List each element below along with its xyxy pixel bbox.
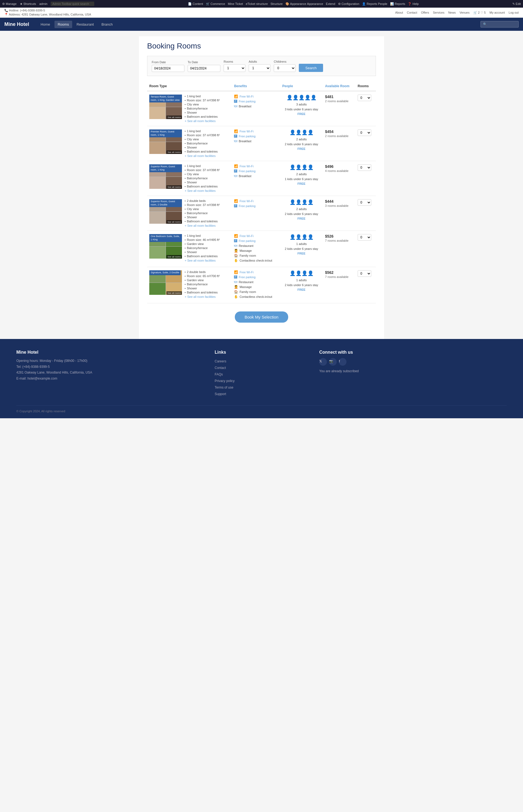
nav-home[interactable]: Home bbox=[37, 21, 53, 28]
room-quantity-select-5[interactable]: 0123 bbox=[358, 234, 371, 241]
from-date-input[interactable] bbox=[152, 65, 184, 72]
admin-menu-content[interactable]: 📄 Content bbox=[188, 2, 203, 6]
people-free-2: FREE bbox=[297, 147, 305, 151]
table-row: Superior Room, Guest room, 2 Double See … bbox=[147, 196, 376, 231]
cart-link[interactable]: 🛒 2 ♡ 5 bbox=[473, 11, 486, 15]
see-all-facilities-3[interactable]: + See all room facilities bbox=[185, 189, 219, 192]
benefit-item: 📶 Free Wi-Fi bbox=[234, 164, 278, 168]
manage-link[interactable]: ⚙ Manage bbox=[2, 2, 17, 6]
avail-count-4: 3 rooms available bbox=[325, 204, 353, 207]
footer-link-faqs[interactable]: FAQs bbox=[215, 371, 308, 378]
footer: Mine Hotel Opening hours: Monday - Frida… bbox=[0, 339, 523, 418]
search-button[interactable]: Search bbox=[299, 64, 323, 72]
nav-rooms[interactable]: Rooms bbox=[54, 21, 72, 28]
room-detail: ▪Bathroom and toiletries bbox=[185, 115, 219, 118]
see-all-facilities-1[interactable]: + See all room facilities bbox=[185, 119, 219, 123]
room-quantity-select-1[interactable]: 0123 bbox=[358, 94, 371, 101]
car-icon: 🅿 bbox=[234, 204, 237, 208]
shortcuts-link[interactable]: ★ Shortcuts bbox=[20, 2, 36, 6]
my-account-link[interactable]: My account bbox=[489, 11, 505, 14]
admin-menu-extend[interactable]: Extend bbox=[326, 2, 335, 5]
admin-menu-commerce[interactable]: 🛒 Commerce bbox=[206, 2, 225, 6]
see-all-rooms-3[interactable]: See all rooms bbox=[166, 185, 182, 189]
instagram-icon[interactable]: 📷 bbox=[329, 358, 337, 366]
offers-link[interactable]: Offers bbox=[421, 11, 429, 14]
benefit-item: 🅿 Free parking bbox=[234, 169, 278, 173]
nav-branch[interactable]: Branch bbox=[98, 21, 116, 28]
benefit-item: 📶 Free Wi-Fi bbox=[234, 199, 278, 203]
benefit-text: Family room bbox=[239, 254, 256, 257]
benefit-item: 🅿 Free parking bbox=[234, 204, 278, 208]
childrens-group: Childrens 0123 bbox=[274, 60, 295, 72]
footer-links-col: Links Careers Contact FAQs Privacy polic… bbox=[215, 350, 308, 397]
logout-link[interactable]: Log out bbox=[508, 11, 519, 14]
about-link[interactable]: About bbox=[395, 11, 403, 14]
main-nav: Home Rooms Restaurant Branch bbox=[37, 21, 481, 28]
admin-menu: 📄 Content 🛒 Commerce Mine Ticket eTicket… bbox=[188, 2, 419, 6]
room-detail: ▪Room size: 37 m²/398 ft² bbox=[185, 203, 219, 207]
admin-menu-mine-ticket[interactable]: Mine Ticket bbox=[228, 2, 243, 5]
to-date-group: To Date bbox=[188, 60, 220, 72]
admin-menu-appearance[interactable]: 🎨 AppearanceAppearance bbox=[286, 2, 323, 6]
nav-restaurant[interactable]: Restaurant bbox=[73, 21, 97, 28]
room-quantity-select-3[interactable]: 0123 bbox=[358, 164, 371, 171]
rooms-select[interactable]: 123 bbox=[224, 64, 246, 72]
admin-link[interactable]: admin bbox=[39, 2, 48, 5]
room-detail: ▪Balcony/terrace bbox=[185, 211, 219, 215]
avail-count-2: 2 rooms available bbox=[325, 134, 353, 138]
see-all-rooms-4[interactable]: See all rooms bbox=[166, 220, 182, 224]
see-all-rooms-6[interactable]: See all rooms bbox=[166, 291, 182, 295]
main-content: Booking Rooms From Date To Date Rooms 12… bbox=[139, 36, 384, 339]
see-all-rooms-2[interactable]: See all rooms bbox=[166, 151, 182, 154]
book-my-selection-button[interactable]: Book My Selection bbox=[235, 312, 288, 323]
room-price-5: $526 bbox=[325, 234, 353, 239]
contact-link[interactable]: Contact bbox=[407, 11, 417, 14]
room-detail: ▪1 king bed bbox=[185, 234, 219, 237]
see-all-facilities-4[interactable]: + See all room facilities bbox=[185, 224, 219, 227]
benefit-item: 🅿 Free parking bbox=[234, 239, 278, 243]
twitter-icon[interactable]: 𝕏 bbox=[319, 358, 327, 366]
room-quantity-select-4[interactable]: 0123 bbox=[358, 199, 371, 206]
avail-count-5: 7 rooms available bbox=[325, 239, 353, 242]
admin-menu-help[interactable]: ❓ Help bbox=[408, 2, 419, 6]
admin-menu-people[interactable]: 👤 ReportsPeople bbox=[362, 2, 387, 6]
site-logo[interactable]: Mine Hotel bbox=[4, 21, 29, 27]
to-date-input[interactable] bbox=[188, 65, 220, 72]
childrens-select[interactable]: 0123 bbox=[274, 64, 295, 72]
rooms-group: Rooms 123 bbox=[224, 60, 246, 72]
info-bar-contact: 📞 Hotline: (+84)-9388-9399-5 📍 Address: … bbox=[4, 9, 91, 16]
admin-menu-structure[interactable]: Structure bbox=[270, 2, 283, 5]
room-quantity-select-6[interactable]: 0123 bbox=[358, 270, 371, 277]
room-label-6: Signature, Suite, 2 Double bbox=[149, 270, 181, 275]
venues-link[interactable]: Venues bbox=[459, 11, 470, 14]
people-free-3: FREE bbox=[297, 182, 305, 185]
services-link[interactable]: Services bbox=[433, 11, 444, 14]
site-search-input[interactable] bbox=[481, 21, 519, 28]
see-all-facilities-6[interactable]: + See all room facilities bbox=[185, 295, 219, 298]
see-all-rooms-1[interactable]: See all rooms bbox=[166, 116, 182, 119]
footer-link-privacy[interactable]: Privacy policy bbox=[215, 378, 308, 384]
room-detail: ▪Shower bbox=[185, 215, 219, 219]
admin-search-input[interactable] bbox=[51, 2, 94, 6]
footer-link-careers[interactable]: Careers bbox=[215, 358, 308, 365]
see-all-facilities-5[interactable]: + See all room facilities bbox=[185, 259, 219, 262]
footer-link-terms[interactable]: Terms of use bbox=[215, 384, 308, 391]
room-detail: ▪2 double beds bbox=[185, 199, 219, 202]
admin-menu-configuration[interactable]: ⚙ Configuration bbox=[338, 2, 360, 6]
news-link[interactable]: News bbox=[448, 11, 456, 14]
facebook-icon[interactable]: f bbox=[339, 358, 346, 366]
benefits-cell-5: 📶 Free Wi-Fi 🅿 Free parking 🍽 Restaurant… bbox=[232, 231, 280, 267]
benefit-text: Free parking bbox=[239, 205, 255, 208]
adults-select[interactable]: 1234 bbox=[249, 64, 270, 72]
room-quantity-select-2[interactable]: 0123 bbox=[358, 129, 371, 136]
room-price-3: $496 bbox=[325, 164, 353, 169]
edit-link[interactable]: ✎ Edit bbox=[512, 2, 521, 6]
footer-link-contact[interactable]: Contact bbox=[215, 365, 308, 371]
massage-icon: 💆 bbox=[234, 249, 238, 252]
admin-menu-reports[interactable]: 📊 Reports bbox=[390, 2, 405, 6]
admin-menu-eticket[interactable]: eTicket structure bbox=[246, 2, 268, 5]
see-all-rooms-5[interactable]: See all rooms bbox=[166, 255, 182, 259]
footer-link-support[interactable]: Support bbox=[215, 391, 308, 397]
see-all-facilities-2[interactable]: + See all room facilities bbox=[185, 154, 219, 158]
room-cell-2: Premier Room, Guest room, 1 King See all… bbox=[147, 126, 232, 161]
